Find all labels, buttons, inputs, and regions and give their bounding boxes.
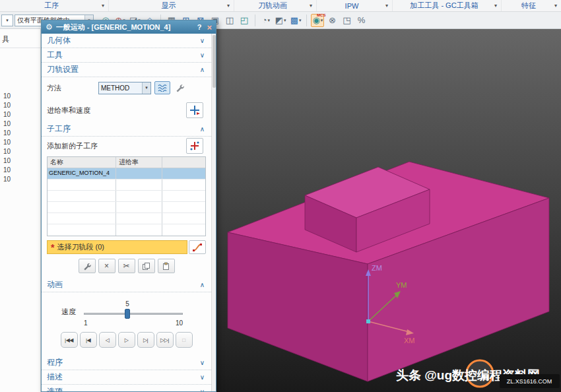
speed-max: 10: [176, 319, 183, 327]
chevron-down-icon[interactable]: ▾: [102, 3, 104, 9]
speed-min: 1: [84, 319, 88, 327]
menu-label: 刀轨动画: [238, 1, 307, 11]
dialog-scrollbar[interactable]: [211, 34, 216, 391]
step-back-button[interactable]: |◀: [80, 332, 97, 348]
slider-track[interactable]: [84, 313, 183, 315]
add-sub-operation-icon[interactable]: [186, 138, 203, 154]
navigator-cell[interactable]: 10: [3, 92, 11, 100]
scrollbar-thumb[interactable]: [213, 35, 216, 88]
section-sub-operation[interactable]: 子工序 ∧: [42, 122, 211, 137]
navigator-cell[interactable]: 10: [3, 129, 11, 137]
navigator-cell[interactable]: 10: [3, 166, 11, 174]
path-segment-curve-icon[interactable]: [189, 240, 206, 254]
chevron-up-icon[interactable]: ∧: [200, 125, 205, 133]
section-animation[interactable]: 动画 ∧: [42, 278, 211, 292]
edit-wrench-button[interactable]: [79, 259, 96, 273]
delete-button[interactable]: ×: [98, 259, 116, 273]
chevron-up-icon[interactable]: ∧: [200, 281, 205, 288]
section-program[interactable]: 程序 ∨: [42, 356, 211, 370]
navigator-cell[interactable]: 10: [3, 148, 11, 155]
help-button[interactable]: ?: [197, 23, 202, 31]
divider: [0, 48, 40, 48]
stop-button[interactable]: □: [176, 332, 193, 348]
close-button[interactable]: ×: [207, 22, 212, 32]
menu-label: 加工工具 - GC工具箱: [397, 1, 492, 11]
section-toolpath-settings[interactable]: 刀轨设置 ∧: [42, 63, 211, 77]
corner-display-icon[interactable]: ◳: [340, 14, 353, 27]
chevron-down-icon: ▾: [6, 18, 9, 23]
chevron-down-icon[interactable]: ∨: [200, 359, 205, 366]
table-row[interactable]: [48, 180, 205, 191]
feeds-label: 进给率和速度: [47, 106, 90, 115]
chevron-down-icon[interactable]: ∨: [200, 51, 205, 59]
feed-table-icon[interactable]: [154, 81, 170, 94]
table-row[interactable]: [48, 191, 205, 202]
navigator-cell[interactable]: 10: [3, 120, 11, 127]
column-header-feed[interactable]: 进给率: [116, 157, 162, 168]
cut-scissors-button[interactable]: ✂: [118, 259, 135, 273]
slider-handle[interactable]: [125, 309, 130, 319]
chevron-down-icon[interactable]: ▾: [227, 3, 230, 9]
method-combo[interactable]: METHOD ▾: [98, 82, 151, 94]
section-geometry[interactable]: 几何体 ∨: [42, 34, 211, 48]
section-tool[interactable]: 工具 ∨: [42, 48, 211, 63]
navigator-cell[interactable]: 10: [3, 139, 11, 146]
play-forward-button[interactable]: ▷: [118, 332, 135, 348]
navigator-cell[interactable]: 10: [3, 176, 11, 183]
play-backward-button[interactable]: ◁: [99, 332, 116, 348]
ribbon-menubar: 工序 ▾ 显示 ▾ 刀轨动画 ▾ IPW ▾ 加工工具 - GC工具箱 ▾ 特征…: [0, 0, 561, 12]
copy-button[interactable]: [138, 259, 155, 273]
menu-operation[interactable]: 工序 ▾: [0, 0, 109, 11]
table-row[interactable]: [48, 202, 205, 213]
chevron-down-icon[interactable]: ∨: [200, 37, 205, 44]
select-segment-prompt[interactable]: * 选择刀轨段 (0): [47, 240, 187, 254]
graphics-viewport[interactable]: ZM YM XM 头条 @ug数控编程资料网 ZL.XS1616.COM: [216, 29, 561, 392]
csys-origin-icon: [366, 319, 370, 323]
chevron-down-icon[interactable]: ∨: [200, 374, 205, 381]
section-description[interactable]: 描述 ∨: [42, 370, 211, 385]
chevron-down-icon[interactable]: ▾: [554, 3, 557, 9]
split-view-icon[interactable]: ◫: [223, 14, 236, 27]
chevron-down-icon[interactable]: ▾: [494, 3, 497, 9]
speed-slider[interactable]: 5 1 10: [84, 302, 183, 328]
hatch-display-icon[interactable]: ▩▾: [289, 14, 303, 27]
menu-label: IPW: [321, 2, 383, 10]
menu-machining-tools[interactable]: 加工工具 - GC工具箱 ▾: [393, 0, 502, 11]
chevron-up-icon[interactable]: ∧: [200, 66, 205, 73]
go-to-end-button[interactable]: ▷▷|: [156, 332, 174, 348]
paste-button[interactable]: [158, 259, 175, 273]
table-row[interactable]: [48, 213, 205, 224]
cube-display-icon[interactable]: ◩▾: [274, 14, 288, 27]
step-forward-button[interactable]: ▷|: [137, 332, 154, 348]
navigator-cell[interactable]: 10: [3, 157, 11, 164]
section-label: 几何体: [47, 35, 71, 46]
chevron-down-icon[interactable]: ∨: [200, 388, 205, 391]
go-to-start-button[interactable]: |◀◀: [61, 332, 78, 348]
sphere-display-icon[interactable]: ◔▾: [259, 14, 273, 27]
chevron-down-icon: ▾: [284, 18, 286, 23]
table-row[interactable]: GENERIC_MOTION_4: [48, 168, 205, 180]
table-row[interactable]: [48, 224, 205, 236]
navigator-cell[interactable]: 10: [3, 102, 11, 109]
mcs-display-icon[interactable]: ◉▾MCS: [311, 14, 324, 27]
feeds-and-speeds-icon[interactable]: [186, 102, 203, 118]
menu-toolpath-animation[interactable]: 刀轨动画 ▾: [234, 0, 317, 11]
layers-icon[interactable]: ◰: [238, 14, 251, 27]
menu-ipw[interactable]: IPW ▾: [317, 0, 393, 11]
cross-display-icon[interactable]: ⊗: [325, 14, 339, 27]
column-header-name[interactable]: 名称: [48, 157, 116, 168]
dialog-titlebar[interactable]: ⚙ 一般运动 - [GENERIC_MOTION_4] ? ×: [42, 20, 216, 34]
gear-icon: ⚙: [46, 22, 53, 32]
chevron-down-icon[interactable]: ▾: [310, 3, 312, 9]
chevron-down-icon[interactable]: ▾: [385, 3, 388, 9]
menu-display[interactable]: 显示 ▾: [109, 0, 234, 11]
edit-method-wrench-icon[interactable]: [172, 81, 187, 94]
y-axis-label: YM: [396, 281, 407, 289]
menu-features[interactable]: 特征 ▾: [502, 0, 561, 11]
navigator-cell[interactable]: 10: [3, 111, 11, 118]
playback-controls: |◀◀ |◀ ◁ ▷ ▷| ▷▷| □: [42, 329, 211, 356]
collapsed-combo[interactable]: ▾: [1, 15, 13, 26]
add-sub-operation-label: 添加新的子工序: [47, 141, 98, 151]
section-options[interactable]: 选项 ∨: [42, 385, 211, 391]
allowance-icon[interactable]: %: [354, 14, 368, 27]
